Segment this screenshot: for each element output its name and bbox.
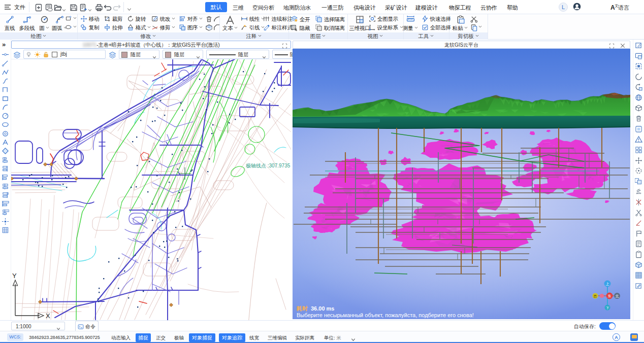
svg-text:极轴线点 :307.9735 < 0°0'0": 极轴线点 :307.9735 < 0°0'0" (245, 163, 291, 168)
svg-text:下: 下 (606, 306, 609, 310)
svg-text:X: X (46, 312, 50, 320)
svg-text:北: 北 (616, 294, 619, 298)
svg-text:Выберите несырьманный объект,: Выберите несырьманный объект, пожалуйста… (297, 312, 474, 318)
svg-text:东: 东 (608, 294, 611, 298)
svg-text:36.00 ms: 36.00 ms (311, 305, 334, 312)
svg-text:上: 上 (606, 282, 609, 286)
svg-text:Y: Y (12, 272, 17, 280)
svg-text:西: 西 (593, 294, 597, 298)
svg-text:耗时: 耗时 (296, 305, 308, 312)
